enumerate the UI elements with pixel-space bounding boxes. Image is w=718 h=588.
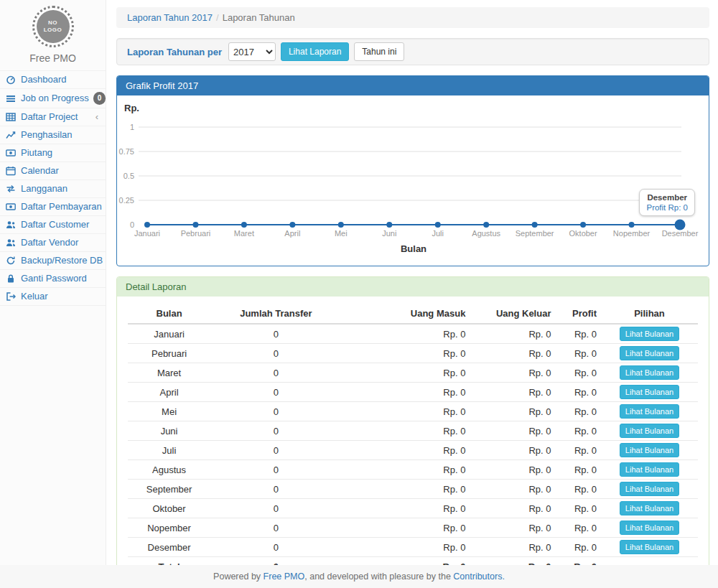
- footer-text-2: , and developed with pleasure by the: [304, 571, 453, 582]
- calendar-icon: [6, 166, 17, 176]
- cell-uang-keluar: Rp. 0: [470, 480, 555, 499]
- sidebar-item-label: Daftar Vendor: [21, 237, 101, 248]
- main-content: Laporan Tahun 2017/Laporan Tahunan Lapor…: [116, 0, 709, 588]
- svg-text:Juni: Juni: [382, 229, 396, 238]
- cell-profit: Rp. 0: [555, 480, 601, 499]
- sidebar-item-langganan[interactable]: Langganan: [0, 180, 106, 198]
- cell-profit: Rp. 0: [555, 421, 601, 441]
- brand-name: Free PMO: [0, 52, 106, 64]
- svg-text:Oktober: Oktober: [569, 229, 597, 238]
- lihat-bulanan-button[interactable]: Lihat Bulanan: [620, 346, 679, 360]
- free-pmo-link[interactable]: Free PMO: [264, 571, 305, 582]
- cell-jumlah-transfer: 0: [210, 460, 342, 480]
- sidebar-item-daftar-customer[interactable]: Daftar Customer: [0, 216, 106, 234]
- lihat-bulanan-button[interactable]: Lihat Bulanan: [620, 424, 679, 438]
- cell-profit: Rp. 0: [555, 460, 601, 480]
- detail-panel-title: Detail Laporan: [117, 277, 709, 297]
- cell-pilihan: Lihat Bulanan: [601, 324, 698, 344]
- cell-uang-keluar: Rp. 0: [470, 518, 555, 538]
- cell-pilihan: Lihat Bulanan: [601, 421, 698, 441]
- cell-uang-masuk: Rp. 0: [342, 383, 470, 402]
- sidebar-item-piutang[interactable]: Piutang: [0, 144, 106, 162]
- col-header-uang-keluar: Uang Keluar: [470, 304, 555, 324]
- lihat-laporan-button[interactable]: Lihat Laporan: [281, 42, 349, 61]
- cell-profit: Rp. 0: [555, 538, 601, 557]
- table-row: Juni0Rp. 0Rp. 0Rp. 0Lihat Bulanan: [128, 421, 698, 441]
- svg-text:Januari: Januari: [134, 229, 160, 238]
- refresh-icon: [6, 256, 17, 266]
- year-select[interactable]: 2017: [228, 42, 276, 61]
- cell-uang-keluar: Rp. 0: [470, 499, 555, 518]
- lihat-bulanan-button[interactable]: Lihat Bulanan: [620, 385, 679, 399]
- sidebar-item-label: Backup/Restore DB: [21, 255, 103, 266]
- lihat-bulanan-button[interactable]: Lihat Bulanan: [620, 501, 679, 515]
- cell-profit: Rp. 0: [555, 441, 601, 460]
- laporan-table: Bulan Jumlah Transfer Uang Masuk Uang Ke…: [128, 304, 698, 574]
- svg-text:Bulan: Bulan: [401, 243, 426, 254]
- sidebar-item-dashboard[interactable]: Dashboard: [0, 71, 106, 89]
- lihat-bulanan-button[interactable]: Lihat Bulanan: [620, 327, 679, 341]
- svg-text:0: 0: [130, 220, 134, 229]
- sidebar-item-job-on-progress[interactable]: Job on Progress0: [0, 89, 106, 108]
- svg-text:September: September: [516, 229, 554, 238]
- lihat-bulanan-button[interactable]: Lihat Bulanan: [620, 482, 679, 496]
- logo-text: NO LOGO: [42, 19, 64, 34]
- cell-uang-keluar: Rp. 0: [470, 421, 555, 441]
- filter-label: Laporan Tahunan per: [127, 47, 222, 57]
- table-row: Juli0Rp. 0Rp. 0Rp. 0Lihat Bulanan: [128, 441, 698, 460]
- lihat-bulanan-button[interactable]: Lihat Bulanan: [620, 521, 679, 535]
- breadcrumb-link-laporan-tahun[interactable]: Laporan Tahun 2017: [127, 12, 213, 23]
- col-header-profit: Profit: [555, 304, 601, 324]
- col-header-uang-masuk: Uang Masuk: [342, 304, 470, 324]
- sidebar-item-daftar-vendor[interactable]: Daftar Vendor: [0, 234, 106, 252]
- cell-profit: Rp. 0: [555, 363, 601, 383]
- svg-text:Desember: Desember: [662, 229, 699, 238]
- sidebar-item-backup-restore-db[interactable]: Backup/Restore DB: [0, 252, 106, 270]
- svg-text:Maret: Maret: [234, 229, 254, 238]
- year-filter-form: Laporan Tahunan per 2017 Lihat Laporan T…: [116, 38, 709, 65]
- cell-uang-masuk: Rp. 0: [342, 363, 470, 383]
- dashboard-icon: [6, 75, 17, 85]
- chart-panel-title: Grafik Profit 2017: [117, 76, 709, 95]
- table-row: Desember0Rp. 0Rp. 0Rp. 0Lihat Bulanan: [128, 538, 698, 557]
- sidebar-item-daftar-pembayaran[interactable]: Daftar Pembayaran: [0, 198, 106, 216]
- tahun-ini-button[interactable]: Tahun ini: [354, 42, 404, 61]
- col-header-bulan: Bulan: [128, 304, 210, 324]
- cell-bulan: Desember: [128, 538, 210, 557]
- svg-text:Mei: Mei: [335, 229, 348, 238]
- lihat-bulanan-button[interactable]: Lihat Bulanan: [620, 443, 679, 457]
- cell-uang-masuk: Rp. 0: [342, 460, 470, 480]
- svg-text:Nopember: Nopember: [613, 229, 651, 238]
- cell-jumlah-transfer: 0: [210, 480, 342, 499]
- sidebar-item-ganti-password[interactable]: Ganti Password: [0, 270, 106, 288]
- table-row: Mei0Rp. 0Rp. 0Rp. 0Lihat Bulanan: [128, 402, 698, 421]
- lihat-bulanan-button[interactable]: Lihat Bulanan: [620, 365, 679, 380]
- table-row: Pebruari0Rp. 0Rp. 0Rp. 0Lihat Bulanan: [128, 344, 698, 363]
- sidebar-item-daftar-project[interactable]: Daftar Project‹: [0, 108, 106, 126]
- lihat-bulanan-button[interactable]: Lihat Bulanan: [620, 404, 679, 419]
- svg-text:0.5: 0.5: [123, 172, 134, 180]
- cell-pilihan: Lihat Bulanan: [601, 538, 698, 557]
- retweet-icon: [6, 184, 17, 194]
- sidebar-item-label: Piutang: [21, 147, 101, 159]
- profit-chart-panel: Grafik Profit 2017 Rp. Desember Profit R…: [116, 75, 709, 266]
- sidebar-menu: DashboardJob on Progress0Daftar Project‹…: [0, 70, 106, 306]
- cell-jumlah-transfer: 0: [210, 383, 342, 402]
- cell-jumlah-transfer: 0: [210, 324, 342, 344]
- lihat-bulanan-button[interactable]: Lihat Bulanan: [620, 540, 679, 554]
- cell-bulan: Maret: [128, 363, 210, 383]
- cell-bulan: Oktober: [128, 499, 210, 518]
- money-icon: [6, 148, 17, 158]
- sidebar-item-penghasilan[interactable]: Penghasilan: [0, 126, 106, 144]
- cell-uang-keluar: Rp. 0: [470, 344, 555, 363]
- contributors-link[interactable]: Contributors.: [453, 571, 505, 582]
- svg-text:April: April: [284, 229, 300, 238]
- cell-bulan: Juni: [128, 421, 210, 441]
- sidebar-item-label: Calendar: [21, 165, 101, 177]
- cell-uang-masuk: Rp. 0: [342, 499, 470, 518]
- lihat-bulanan-button[interactable]: Lihat Bulanan: [620, 462, 679, 477]
- chart-line-icon: [6, 130, 17, 140]
- cell-pilihan: Lihat Bulanan: [601, 480, 698, 499]
- sidebar-item-keluar[interactable]: Keluar: [0, 288, 106, 306]
- sidebar-item-calendar[interactable]: Calendar: [0, 162, 106, 180]
